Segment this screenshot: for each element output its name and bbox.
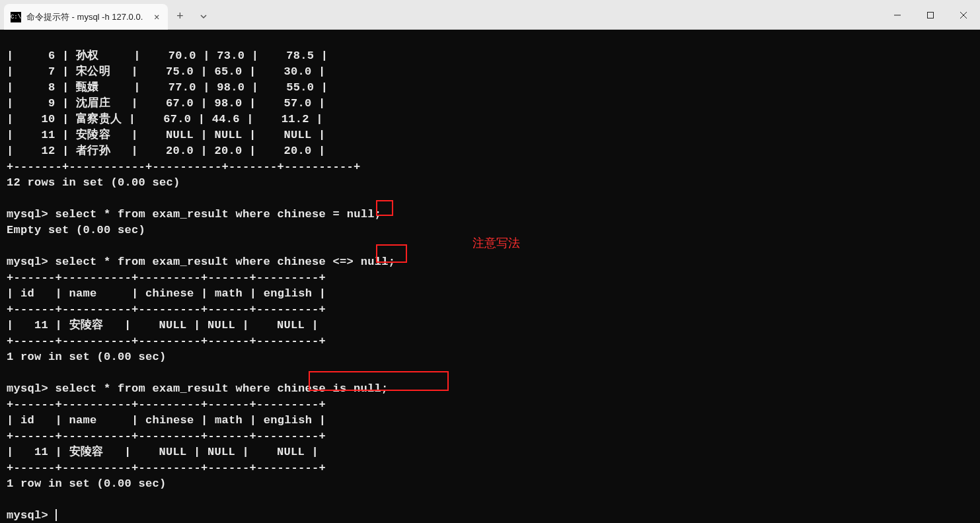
table-row: | 6 | 孙权 | 70.0 | 73.0 | 78.5 | [7, 50, 328, 62]
table-row: | 8 | 甄嬛 | 77.0 | 98.0 | 55.0 | [7, 81, 328, 94]
titlebar: C:\ 命令提示符 - mysql -h 127.0.0. ✕ + [0, 0, 980, 30]
sql-query: select * from exam_result where chinese … [56, 256, 396, 268]
table-header: | id | name | chinese | math | english | [7, 287, 326, 300]
new-tab-button[interactable]: + [168, 4, 192, 29]
table-divider: +------+----------+---------+------+----… [7, 430, 326, 442]
cmd-icon: C:\ [11, 12, 21, 22]
mysql-prompt: mysql> [7, 509, 48, 522]
table-divider: +------+----------+---------+------+----… [7, 271, 326, 284]
table-divider: +------+----------+---------+------+----… [7, 462, 326, 474]
table-divider: +------+----------+---------+------+----… [7, 335, 326, 347]
result-footer: 1 row in set (0.00 sec) [7, 477, 167, 490]
result-empty: Empty set (0.00 sec) [7, 224, 145, 236]
maximize-button[interactable] [914, 0, 947, 30]
tab-dropdown-icon[interactable] [192, 4, 215, 29]
table-divider: +------+----------+---------+------+----… [7, 303, 326, 316]
svg-rect-1 [928, 12, 934, 18]
close-window-button[interactable] [947, 0, 980, 30]
table-row: | 10 | 富察贵人 | 67.0 | 44.6 | 11.2 | [7, 113, 323, 125]
table-row: | 7 | 宋公明 | 75.0 | 65.0 | 30.0 | [7, 65, 326, 78]
tab-title: 命令提示符 - mysql -h 127.0.0. [26, 11, 143, 23]
cursor [56, 509, 57, 521]
result-footer: 1 row in set (0.00 sec) [7, 351, 167, 363]
annotation-text: 注意写法 [472, 235, 520, 251]
table-row: | 11 | 安陵容 | NULL | NULL | NULL | [7, 129, 326, 141]
table-divider: +-------+-----------+----------+-------+… [7, 160, 361, 173]
table-row: | 9 | 沈眉庄 | 67.0 | 98.0 | 57.0 | [7, 97, 326, 110]
table-row: | 12 | 者行孙 | 20.0 | 20.0 | 20.0 | [7, 145, 326, 157]
mysql-prompt: mysql> [7, 208, 48, 221]
mysql-prompt: mysql> [7, 256, 48, 268]
sql-query: select * from exam_result where chinese … [56, 208, 382, 221]
minimize-button[interactable] [881, 0, 914, 30]
result-footer: 12 rows in set (0.00 sec) [7, 176, 180, 189]
terminal-output[interactable]: | 6 | 孙权 | 70.0 | 73.0 | 78.5 | | 7 | 宋公… [0, 30, 980, 523]
sql-query: select * from exam_result where chinese … [56, 382, 389, 395]
active-tab[interactable]: C:\ 命令提示符 - mysql -h 127.0.0. ✕ [4, 4, 168, 30]
close-tab-icon[interactable]: ✕ [151, 11, 163, 23]
table-header: | id | name | chinese | math | english | [7, 414, 326, 427]
table-row: | 11 | 安陵容 | NULL | NULL | NULL | [7, 446, 319, 458]
table-divider: +------+----------+---------+------+----… [7, 398, 326, 411]
window-controls [881, 0, 980, 29]
table-row: | 11 | 安陵容 | NULL | NULL | NULL | [7, 319, 319, 331]
mysql-prompt: mysql> [7, 382, 48, 395]
